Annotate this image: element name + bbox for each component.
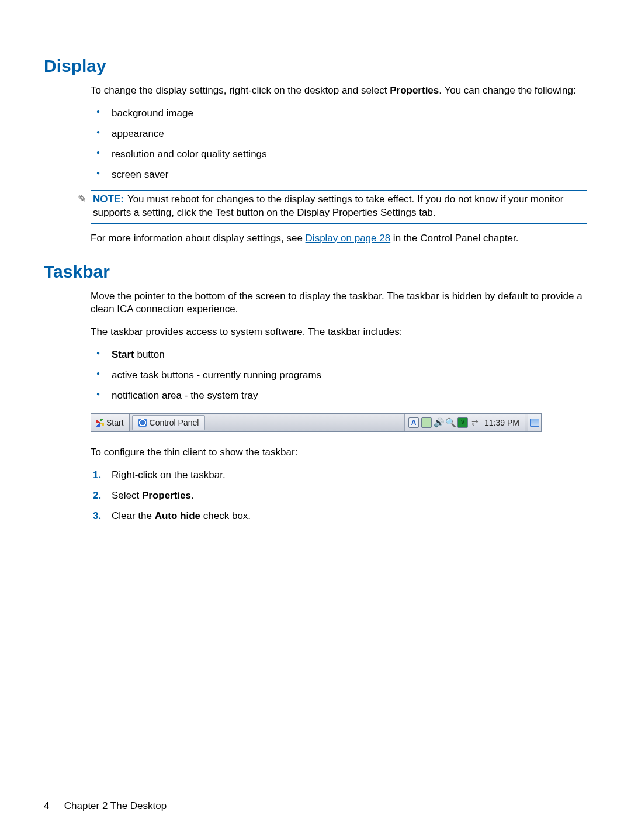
list-item: notification area - the system tray [91,389,587,403]
taskbar-bullets: Start button active task buttons - curre… [91,348,587,403]
chapter-label: Chapter 2 The Desktop [64,800,167,811]
display-intro: To change the display settings, right-cl… [91,84,587,98]
text: button [134,349,165,360]
list-item: screen saver [91,168,587,182]
clock[interactable]: 11:39 PM [482,417,522,428]
list-item: background image [91,107,587,120]
configure-steps: Right-click on the taskbar. Select Prope… [91,469,587,523]
step-item: Select Properties. [91,489,587,503]
taskbar-access: The taskbar provides access to system so… [91,326,587,339]
configure-intro: To configure the thin client to show the… [91,446,587,459]
taskbar-intro: Move the pointer to the bottom of the sc… [91,290,587,317]
note-box: ✎ NOTE:You must reboot for changes to th… [91,190,587,224]
display-bullets: background image appearance resolution a… [91,107,587,182]
note-text: You must reboot for changes to the displ… [93,193,563,218]
link-display-page-28[interactable]: Display on page 28 [306,233,391,244]
tray-icon[interactable] [421,417,432,428]
list-item: active task buttons - currently running … [91,369,587,382]
task-label: Control Panel [150,417,199,428]
start-label: Start [106,417,124,428]
text: To change the display settings, right-cl… [91,85,390,96]
control-panel-icon [138,419,147,427]
text: For more information about display setti… [91,233,306,244]
text: Select [112,490,142,501]
bold: Properties [142,490,191,501]
text: active task buttons - currently running … [112,369,321,381]
start-button[interactable]: Start [91,414,130,431]
bold: Start [112,349,134,360]
ime-icon[interactable]: A [408,417,419,428]
step-item: Clear the Auto hide check box. [91,510,587,523]
list-item: resolution and color quality settings [91,148,587,161]
page-number: 4 [44,800,61,812]
note-label: NOTE: [93,193,124,205]
volume-icon[interactable]: 🔊 [434,418,443,427]
network-icon[interactable]: ⇄ [470,418,480,427]
text: Right-click on the taskbar. [112,469,226,481]
windows-flag-icon [96,419,104,427]
vmware-icon[interactable]: V [457,417,468,428]
text: . You can change the following: [439,85,575,96]
show-desktop-button[interactable] [528,414,541,431]
taskbar-screenshot: Start Control Panel A 🔊 🔍 V ⇄ 11:39 PM [91,413,587,432]
heading-taskbar: Taskbar [44,262,587,282]
page-footer: 4 Chapter 2 The Desktop [44,800,167,812]
note-icon: ✎ [75,193,88,206]
list-item: appearance [91,127,587,141]
text: Clear the [112,510,155,521]
text: check box. [200,510,251,521]
step-item: Right-click on the taskbar. [91,469,587,482]
heading-display: Display [44,56,587,76]
display-moreinfo: For more information about display setti… [91,232,587,246]
text: notification area - the system tray [112,390,258,401]
bold: Auto hide [155,510,200,521]
text: in the Control Panel chapter. [390,233,518,244]
bold-properties: Properties [390,85,439,96]
notification-area: A 🔊 🔍 V ⇄ 11:39 PM [404,414,525,431]
task-button-control-panel[interactable]: Control Panel [132,415,206,430]
magnifier-icon[interactable]: 🔍 [446,418,455,427]
text: . [191,490,194,501]
desktop-icon [530,419,539,427]
list-item: Start button [91,348,587,362]
